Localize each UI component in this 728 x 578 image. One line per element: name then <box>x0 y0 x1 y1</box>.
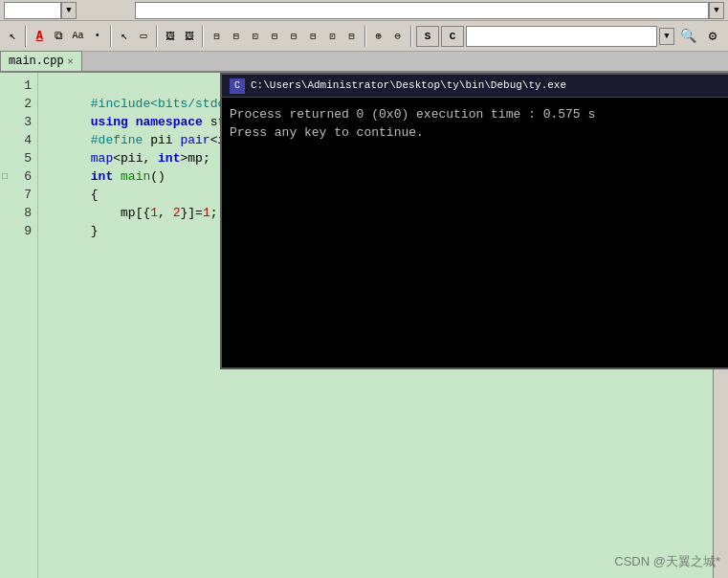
main-func: main <box>121 169 150 184</box>
settings-icon[interactable]: ⚙ <box>701 25 724 48</box>
line-num-1: 1 <box>0 77 37 95</box>
left-dropdown[interactable] <box>4 2 61 19</box>
bp5-icon[interactable]: ⊟ <box>285 25 302 48</box>
terminal-line2: Press any key to continue. <box>230 123 728 142</box>
terminal-window: C C:\Users\Administrator\Desktop\ty\bin\… <box>220 73 728 369</box>
top-toolbar: ▼ ▼ <box>0 0 728 21</box>
line-num-5: 5 <box>0 149 37 167</box>
int3-keyword: int <box>158 151 180 166</box>
mp-text: mp <box>188 151 203 166</box>
left-dropdown-arrow[interactable]: ▼ <box>61 2 77 19</box>
terminal-line1: Process returned 0 (0x0) execution time … <box>230 105 728 123</box>
terminal-icon: C <box>230 78 245 94</box>
code-editor[interactable]: #include<bits/stdc++.h> using namespace … <box>38 73 713 578</box>
pii2-text: pii <box>121 151 143 166</box>
S-button[interactable]: S <box>416 26 439 47</box>
open-brace: { <box>91 188 99 202</box>
num-3: 1 <box>203 206 210 220</box>
right-dropdown-arrow[interactable]: ▼ <box>709 2 724 19</box>
tab-close-icon[interactable]: ✕ <box>68 56 74 67</box>
search-dropdown-arrow[interactable]: ▼ <box>659 28 674 45</box>
aa-icon[interactable]: Aa <box>69 25 86 48</box>
pii-text: pii <box>150 133 172 147</box>
bp6-icon[interactable]: ⊟ <box>304 25 321 48</box>
zoom-out-icon[interactable]: ⊖ <box>389 25 407 48</box>
image1-icon[interactable]: 🖼 <box>162 25 179 48</box>
map-keyword: map <box>91 151 113 166</box>
dot-icon[interactable]: • <box>89 25 106 48</box>
separator-1 <box>25 26 27 47</box>
rect-select-icon[interactable]: ▭ <box>135 25 152 48</box>
search-area: ▼ 🔍 ⚙ <box>466 25 724 48</box>
tab-label: main.cpp <box>9 55 64 68</box>
find-icon[interactable]: 🔍 <box>676 25 699 48</box>
line-num-9: 9 <box>0 222 37 240</box>
editor-area: 1 2 3 4 5 6 7 8 9 #include<bits/stdc++.h… <box>0 73 728 578</box>
line-num-6: 6 <box>0 167 37 186</box>
bp1-icon[interactable]: ⊟ <box>208 25 225 48</box>
search-input[interactable] <box>466 26 657 47</box>
line-num-7: 7 <box>0 186 37 204</box>
line-num-2: 2 <box>0 95 37 113</box>
tab-bar: main.cpp ✕ <box>0 52 728 73</box>
int4-keyword: int <box>91 169 113 184</box>
define-keyword: #define <box>91 133 143 147</box>
cursor-select-icon[interactable]: ↖ <box>116 25 133 48</box>
separator-3 <box>156 26 158 47</box>
mp2-text: mp <box>121 206 136 220</box>
terminal-titlebar: C C:\Users\Administrator\Desktop\ty\bin\… <box>222 75 728 98</box>
terminal-body[interactable]: Process returned 0 (0x0) execution time … <box>222 98 728 367</box>
right-dropdown[interactable] <box>135 2 709 19</box>
separator-2 <box>110 26 112 47</box>
bp2-icon[interactable]: ⊟ <box>228 25 245 48</box>
arrow-icon[interactable]: ↖ <box>4 25 21 48</box>
line-num-4: 4 <box>0 131 37 149</box>
terminal-title: C:\Users\Administrator\Desktop\ty\bin\De… <box>251 77 566 95</box>
namespace-keyword: namespace <box>136 115 203 129</box>
tab-main-cpp[interactable]: main.cpp ✕ <box>0 51 82 71</box>
watermark: CSDN @天翼之城* <box>614 553 720 570</box>
second-toolbar: ↖ A ⧉ Aa • ↖ ▭ 🖼 🖼 ⊟ ⊟ ⊡ ⊟ ⊟ ⊟ ⊡ ⊟ ⊕ ⊖ S… <box>0 21 728 52</box>
line-numbers: 1 2 3 4 5 6 7 8 9 <box>0 73 38 578</box>
pair-text: pair <box>180 133 210 147</box>
separator-4 <box>202 26 204 47</box>
underline-a-icon[interactable]: A <box>31 25 48 48</box>
close-brace: } <box>91 224 99 238</box>
line-num-8: 8 <box>0 204 37 222</box>
separator-5 <box>364 26 366 47</box>
num-1: 1 <box>150 206 158 220</box>
separator-6 <box>410 26 412 47</box>
line-num-3: 3 <box>0 113 37 131</box>
bp8-icon[interactable]: ⊟ <box>343 25 361 48</box>
C-button[interactable]: C <box>441 26 464 47</box>
bp7-icon[interactable]: ⊡ <box>323 25 341 48</box>
bp4-icon[interactable]: ⊟ <box>266 25 283 48</box>
using-keyword: using <box>91 115 128 129</box>
zoom-in-icon[interactable]: ⊕ <box>370 25 387 48</box>
bp3-icon[interactable]: ⊡ <box>247 25 264 48</box>
copy2-icon[interactable]: ⧉ <box>50 25 67 48</box>
image2-icon[interactable]: 🖼 <box>181 25 198 48</box>
